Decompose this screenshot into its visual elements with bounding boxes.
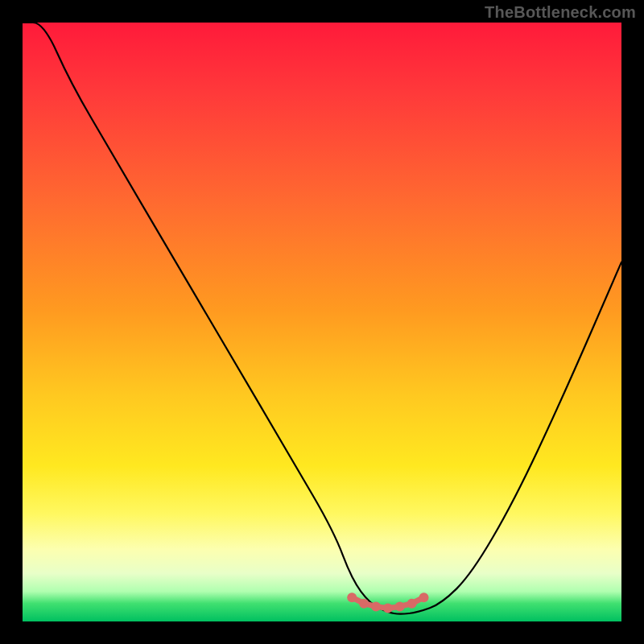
marker-dot xyxy=(407,599,417,609)
marker-dot xyxy=(347,592,357,602)
marker-dot xyxy=(419,592,429,602)
curve-layer xyxy=(23,23,621,621)
chart-frame: TheBottleneck.com xyxy=(0,0,644,644)
bottom-markers xyxy=(347,592,428,613)
marker-dot xyxy=(383,604,393,613)
marker-dot xyxy=(395,601,405,611)
watermark-text: TheBottleneck.com xyxy=(485,3,636,22)
marker-dot xyxy=(371,601,381,611)
bottleneck-curve xyxy=(23,23,621,614)
marker-dot xyxy=(359,599,369,609)
plot-area xyxy=(23,23,621,621)
